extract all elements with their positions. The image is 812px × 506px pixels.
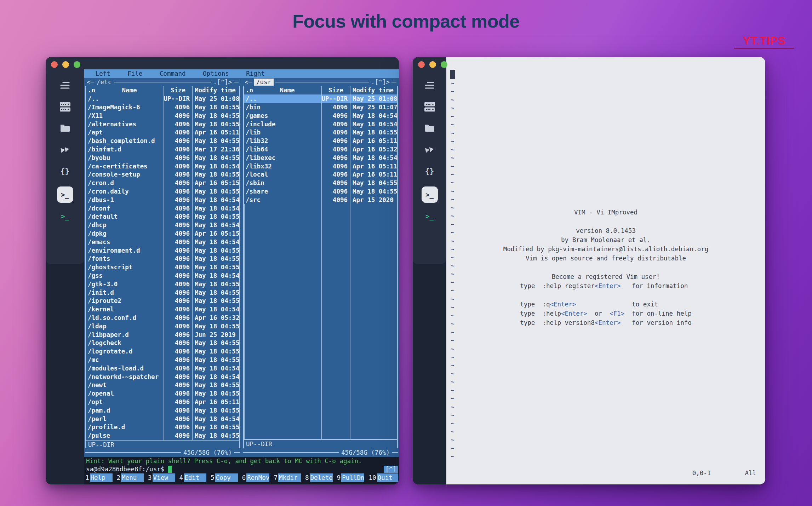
fast-forward-icon[interactable] xyxy=(59,145,71,155)
file-row[interactable]: /console-setup4096May 18 04:55 xyxy=(86,171,239,179)
column-header-size[interactable]: Size xyxy=(321,86,350,95)
folder-icon[interactable] xyxy=(60,124,70,134)
panel-path[interactable]: /etc xyxy=(96,79,112,86)
file-row[interactable]: /lib324096Apr 16 05:11 xyxy=(244,137,397,145)
close-button[interactable] xyxy=(418,61,425,68)
file-row[interactable]: /X114096May 18 04:55 xyxy=(86,111,239,120)
file-row[interactable]: /local4096Apr 16 05:11 xyxy=(244,171,397,179)
file-row[interactable]: /libpaper.d4096Jun 25 2019 xyxy=(86,330,239,339)
file-row[interactable]: /dpkg4096Apr 16 05:15 xyxy=(86,229,239,238)
file-row[interactable]: /dhcp4096May 18 04:54 xyxy=(86,221,239,229)
panel-top-markers[interactable]: .[^]> xyxy=(213,79,232,86)
file-row[interactable]: /include4096May 18 04:54 xyxy=(244,120,397,128)
terminal-icon[interactable]: >_ xyxy=(57,186,73,203)
file-row[interactable]: /openal4096May 18 04:55 xyxy=(86,389,239,398)
file-row[interactable]: /init.d4096May 18 04:55 xyxy=(86,288,239,297)
file-row[interactable]: /ImageMagick-64096May 18 04:55 xyxy=(86,103,239,111)
file-row[interactable]: /default4096May 18 04:55 xyxy=(86,213,239,221)
panel-path[interactable]: /usr xyxy=(254,79,274,86)
hamburger-menu-icon[interactable] xyxy=(59,81,71,91)
file-row[interactable]: /..UP--DIRMay 25 01:08 xyxy=(244,94,397,103)
file-row[interactable]: /..UP--DIRMay 25 01:08 xyxy=(86,94,239,103)
file-row[interactable]: /ld.so.conf.d4096Apr 16 05:32 xyxy=(86,314,239,322)
file-row[interactable]: /profile.d4096May 18 04:55 xyxy=(86,423,239,431)
function-key-renmov[interactable]: 6RenMov xyxy=(241,473,273,482)
column-header-name[interactable]: .nName xyxy=(244,87,321,94)
history-back-arrow[interactable]: <─ xyxy=(87,79,94,86)
menu-item-file[interactable]: File xyxy=(127,70,142,77)
file-row[interactable]: /apt4096Apr 16 05:11 xyxy=(86,128,239,137)
file-row[interactable]: /alternatives4096May 18 04:55 xyxy=(86,120,239,128)
server-icon[interactable] xyxy=(424,102,435,113)
mc-prompt-line[interactable]: sa@d9a286dbee8f:/usr$ [^] xyxy=(84,465,399,474)
menu-item-options[interactable]: Options xyxy=(203,70,229,77)
function-key-pulldn[interactable]: 9PullDn xyxy=(336,473,368,482)
function-key-view[interactable]: 3View xyxy=(147,473,178,482)
file-row[interactable]: /ca-certificates4096May 18 04:54 xyxy=(86,162,239,171)
file-row[interactable]: /pulse4096May 18 04:55 xyxy=(86,431,239,440)
menu-item-right[interactable]: Right xyxy=(246,70,265,77)
file-row[interactable]: /fonts4096May 18 04:55 xyxy=(86,255,239,263)
column-header-size[interactable]: Size xyxy=(164,86,192,95)
file-row[interactable]: /lib4096May 18 04:55 xyxy=(244,128,397,137)
file-row[interactable]: /byobu4096May 18 04:55 xyxy=(86,154,239,162)
function-key-mkdir[interactable]: 7Mkdir xyxy=(273,473,304,482)
file-row[interactable]: /libx324096Apr 16 05:11 xyxy=(244,162,397,171)
file-row[interactable]: /cron.daily4096May 18 04:55 xyxy=(86,187,239,196)
file-row[interactable]: /modules-load.d4096May 18 04:54 xyxy=(86,364,239,373)
file-row[interactable]: /ldap4096May 18 04:55 xyxy=(86,322,239,330)
file-row[interactable]: /networkd-~spatcher4096May 18 04:54 xyxy=(86,373,239,381)
menu-item-left[interactable]: Left xyxy=(96,70,110,77)
vim-editor[interactable]: ~ ~ ~ ~ ~ ~ ~ ~ ~ ~ ~ ~ ~ ~ ~ ~ ~ ~ ~ ~ … xyxy=(446,57,765,484)
function-key-delete[interactable]: 8Delete xyxy=(304,473,336,482)
zoom-button[interactable] xyxy=(74,61,80,68)
function-key-help[interactable]: 1Help xyxy=(84,473,116,482)
function-key-copy[interactable]: 5Copy xyxy=(210,473,241,482)
file-row[interactable]: /bin4096May 25 01:07 xyxy=(244,103,397,111)
file-row[interactable]: /environment.d4096May 18 04:55 xyxy=(86,246,239,255)
column-header-mtime[interactable]: Modify time xyxy=(350,86,397,95)
close-button[interactable] xyxy=(51,61,58,68)
terminal-alt-icon[interactable]: >_ xyxy=(61,212,69,220)
file-row[interactable]: /share4096May 18 04:55 xyxy=(244,187,397,196)
file-row[interactable]: /logcheck4096May 18 04:55 xyxy=(86,339,239,347)
file-row[interactable]: /bash_completion.d4096May 18 04:55 xyxy=(86,137,239,145)
column-header-name[interactable]: .nName xyxy=(86,87,164,94)
file-row[interactable]: /gss4096May 18 04:54 xyxy=(86,271,239,280)
zoom-button[interactable] xyxy=(441,61,447,68)
code-braces-icon[interactable]: {} xyxy=(61,168,69,175)
file-row[interactable]: /binfmt.d4096Mar 17 21:36 xyxy=(86,145,239,154)
file-row[interactable]: /dconf4096May 18 04:54 xyxy=(86,204,239,213)
file-row[interactable]: /gtk-3.04096May 18 04:55 xyxy=(86,280,239,288)
minimize-button[interactable] xyxy=(429,61,436,68)
server-icon[interactable] xyxy=(60,102,70,113)
panel-top-markers[interactable]: .[^]> xyxy=(371,79,390,86)
file-row[interactable]: /mc4096May 18 04:55 xyxy=(86,356,239,364)
panel-corner-badge[interactable]: [^] xyxy=(384,466,398,473)
file-row[interactable]: /sbin4096May 18 04:55 xyxy=(244,179,397,187)
hamburger-menu-icon[interactable] xyxy=(424,81,435,91)
file-row[interactable]: /logrotate.d4096May 18 04:55 xyxy=(86,347,239,356)
function-key-menu[interactable]: 2Menu xyxy=(116,473,147,482)
file-row[interactable]: /emacs4096May 18 04:54 xyxy=(86,238,239,246)
file-row[interactable]: /opt4096Apr 16 05:11 xyxy=(86,398,239,406)
minimize-button[interactable] xyxy=(62,61,69,68)
file-row[interactable]: /iproute24096May 18 04:55 xyxy=(86,297,239,305)
file-row[interactable]: /libexec4096May 18 04:54 xyxy=(244,154,397,162)
function-key-edit[interactable]: 4Edit xyxy=(178,473,210,482)
file-row[interactable]: /pam.d4096May 18 04:55 xyxy=(86,406,239,415)
file-row[interactable]: /games4096May 18 04:54 xyxy=(244,111,397,120)
file-row[interactable]: /kernel4096May 18 04:54 xyxy=(86,305,239,314)
column-header-mtime[interactable]: Modify time xyxy=(192,86,239,95)
file-row[interactable]: /cron.d4096Apr 16 05:15 xyxy=(86,179,239,187)
file-row[interactable]: /perl4096May 18 04:54 xyxy=(86,415,239,423)
history-back-arrow[interactable]: <─ xyxy=(245,79,252,86)
file-row[interactable]: /lib644096Apr 16 05:32 xyxy=(244,145,397,154)
file-row[interactable]: /src4096Apr 15 2020 xyxy=(244,196,397,204)
function-key-quit[interactable]: 10Quit xyxy=(367,473,399,482)
terminal-icon[interactable]: >_ xyxy=(422,186,438,203)
terminal-alt-icon[interactable]: >_ xyxy=(425,212,434,220)
fast-forward-icon[interactable] xyxy=(424,145,435,155)
menu-item-command[interactable]: Command xyxy=(160,70,186,77)
file-row[interactable]: /newt4096May 18 04:55 xyxy=(86,381,239,389)
